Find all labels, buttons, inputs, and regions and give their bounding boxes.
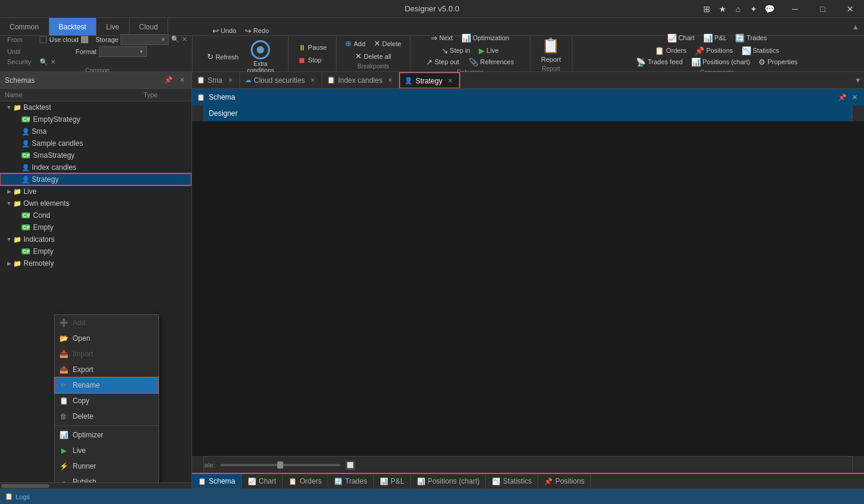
tree-item-sample-candles[interactable]: 👤 Sample candles — [0, 137, 191, 149]
schema-header-icon: 📋 — [197, 94, 205, 101]
live-debug-button[interactable]: ▶ Live — [475, 45, 502, 56]
ctx-open[interactable]: 📂 Open — [55, 331, 158, 346]
step-in-icon: ↘ — [442, 46, 448, 55]
report-button[interactable]: 📋 Report — [538, 36, 565, 64]
positions-chart-button[interactable]: 📊 Positions (chart) — [688, 56, 754, 68]
optimization-button[interactable]: 📊 Optimization — [458, 32, 513, 44]
bottom-tab-chart[interactable]: 📈 Chart — [242, 474, 283, 488]
tree-item-emptystrategy[interactable]: C# EmptyStrategy — [0, 113, 191, 125]
ctx-import-label: Import — [73, 350, 93, 358]
redo-button[interactable]: ↪ Redo — [241, 25, 272, 37]
step-in-button[interactable]: ↘ Step in — [438, 45, 474, 56]
index-candles-icon: 👤 — [22, 164, 30, 172]
smastrategy-label: SmaStrategy — [33, 151, 191, 160]
maximize-button[interactable]: □ — [809, 0, 836, 18]
tree-group-backtest[interactable]: ▼ 📁 Backtest — [0, 101, 191, 113]
tab-sma[interactable]: 📋 Sma ✕ — [192, 72, 240, 88]
extra-conditions-button[interactable]: Extra conditions — [244, 39, 278, 75]
pnl-button[interactable]: 📊 P&L — [700, 32, 731, 44]
bottom-tab-orders[interactable]: 📋 Orders — [283, 474, 328, 488]
logs-item[interactable]: 📋 Logs — [5, 493, 30, 500]
pause-button[interactable]: ⏸ Pause — [295, 42, 330, 53]
bottom-tab-trades[interactable]: 🔄 Trades — [328, 474, 374, 488]
ctx-runner-icon: ⚡ — [59, 462, 68, 470]
chart-component-button[interactable]: 📈 Chart — [664, 32, 698, 44]
properties-button[interactable]: ⚙ Properties — [755, 56, 801, 68]
trades-button[interactable]: 🔄 Trades — [731, 32, 770, 44]
tree-item-empty-own[interactable]: C# Empty — [0, 221, 191, 233]
nav-tab-common[interactable]: Common — [0, 18, 49, 35]
tree-group-live[interactable]: ▶ 📁 Live — [0, 185, 191, 197]
nav-tab-live[interactable]: Live — [97, 18, 130, 35]
tree-item-sma[interactable]: 👤 Sma — [0, 125, 191, 137]
storage-combo[interactable]: ▼ — [121, 34, 169, 45]
scale-thumb[interactable] — [277, 461, 283, 469]
nav-tab-cloud[interactable]: Cloud — [130, 18, 168, 35]
schema-close-btn[interactable]: ✕ — [850, 92, 859, 102]
tree-item-index-candles[interactable]: 👤 Index candles — [0, 161, 191, 173]
panel-close-btn[interactable]: ✕ — [177, 76, 187, 85]
bottom-tab-positions[interactable]: 📌 Positions — [538, 474, 591, 488]
next-button[interactable]: ⇒ Next — [427, 32, 457, 44]
ctx-live[interactable]: ▶ Live — [55, 443, 158, 458]
ctx-rename[interactable]: ✏ Rename — [55, 377, 158, 393]
tree-group-indicators[interactable]: ▼ 📁 Indicators — [0, 233, 191, 245]
step-out-button[interactable]: ↗ Step out — [422, 56, 463, 68]
index-candles-tab-close[interactable]: ✕ — [386, 76, 394, 85]
schema-pin-btn[interactable]: 📌 — [838, 92, 847, 102]
nav-collapse[interactable]: ▲ — [852, 18, 864, 35]
tab-index-candles[interactable]: 📋 Index candles ✕ — [322, 72, 400, 88]
tree-item-smastrategy[interactable]: C# SmaStrategy — [0, 149, 191, 161]
tab-strategy[interactable]: 👤 Strategy ✕ — [400, 72, 460, 88]
panel-pin-btn[interactable]: 📌 — [164, 76, 173, 85]
use-cloud-checkbox[interactable] — [40, 36, 47, 43]
ctx-export[interactable]: 📤 Export — [55, 362, 158, 377]
sma-tab-close[interactable]: ✕ — [226, 76, 235, 85]
references-button[interactable]: 📎 References — [465, 56, 517, 68]
ctx-copy[interactable]: 📋 Copy — [55, 393, 158, 409]
title-bar: Designer v5.0.0 ⊞ ★ ⌂ ✦ 💬 ─ □ ✕ — [0, 0, 864, 18]
tree-group-own-elements[interactable]: ▼ 📁 Own elements — [0, 197, 191, 209]
step-out-icon: ↗ — [426, 58, 433, 67]
strategy-tab-close[interactable]: ✕ — [446, 77, 454, 85]
orders-button[interactable]: 📋 Orders — [651, 45, 690, 56]
stop-button[interactable]: ⏹ Stop — [295, 55, 330, 66]
statistics-button[interactable]: 📉 Statistics — [738, 45, 783, 56]
toolbar-report-label: Report — [542, 65, 560, 72]
positions-button[interactable]: 📌 Positions — [691, 45, 737, 56]
trades-feed-button[interactable]: 📡 Trades feed — [632, 56, 686, 68]
nav-tab-backtest[interactable]: Backtest — [49, 18, 97, 35]
refresh-button[interactable]: ↻ Refresh — [203, 51, 242, 62]
scale-slider[interactable] — [220, 464, 340, 466]
bottom-tab-statistics[interactable]: 📉 Statistics — [486, 474, 538, 488]
cloud-tab-close[interactable]: ✕ — [308, 76, 317, 85]
ctx-runner[interactable]: ⚡ Runner — [55, 458, 158, 474]
tab-cloud-securities[interactable]: ☁ Cloud securities ✕ — [240, 72, 322, 88]
toolbar-section-pause-stop: ⏸ Pause ⏹ Stop — [289, 36, 337, 71]
tree-item-empty-ind[interactable]: C# Empty — [0, 245, 191, 257]
bottom-tab-positions-chart[interactable]: 📊 Positions (chart) — [411, 474, 487, 488]
ctx-publish-label: Publish — [73, 478, 96, 482]
minimize-button[interactable]: ─ — [781, 0, 809, 18]
format-label: Format — [76, 48, 97, 55]
ctx-delete[interactable]: 🗑 Delete — [55, 409, 158, 424]
close-button[interactable]: ✕ — [836, 0, 864, 18]
delete-all-breakpoints-button[interactable]: ✕ Delete all — [352, 50, 395, 62]
add-breakpoint-button[interactable]: ⊕ Add — [341, 38, 369, 49]
undo-button[interactable]: ↩ Undo — [209, 25, 240, 37]
ctx-publish[interactable]: ☁ Publish — [55, 474, 158, 482]
chart-comp-icon: 📈 — [667, 34, 677, 43]
delete-breakpoint-button[interactable]: ✕ Delete — [370, 38, 405, 49]
h-scroll[interactable] — [0, 482, 191, 488]
bottom-tab-schema[interactable]: 📋 Schema — [192, 474, 242, 488]
from-label: From — [7, 36, 37, 43]
bottom-tab-pnl[interactable]: 📊 P&L — [374, 474, 411, 488]
bt-schema-icon: 📋 — [198, 478, 206, 485]
format-combo[interactable]: ▼ — [99, 46, 147, 57]
h-scroll-thumb[interactable] — [1, 484, 49, 488]
ctx-optimizer[interactable]: 📊 Optimizer — [55, 427, 158, 443]
ctx-rename-label: Rename — [73, 381, 100, 389]
tree-group-remotely[interactable]: ▶ 📁 Remotely — [0, 257, 191, 269]
tree-item-cond[interactable]: C# Cond — [0, 209, 191, 221]
tree-item-strategy[interactable]: 👤 Strategy — [0, 173, 191, 185]
